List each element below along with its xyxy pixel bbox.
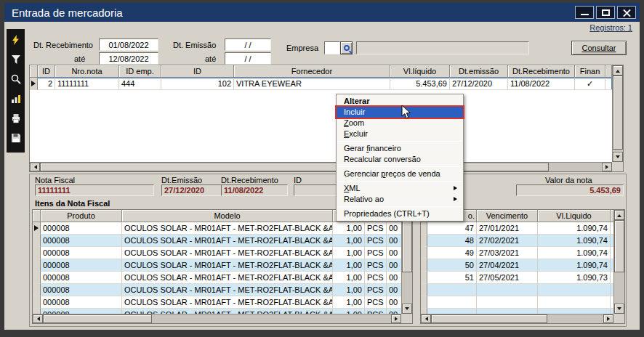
vertical-scrollbar[interactable] (612, 65, 623, 162)
cell[interactable]: 1.090,73 (538, 272, 611, 284)
empresa-codigo-input[interactable] (324, 41, 340, 54)
column-header[interactable]: Nro.nota (55, 65, 119, 78)
column-header[interactable]: ID (161, 65, 234, 78)
cell[interactable]: 00 (387, 222, 401, 235)
column-header[interactable]: Dt.Recebimento (508, 65, 575, 78)
table-row[interactable] (421, 309, 613, 314)
row-selector[interactable] (33, 272, 41, 284)
row-selector[interactable] (33, 222, 41, 235)
cell[interactable]: OCULOS SOLAR - MR01AFT - MET-RO2FLAT-BLA… (122, 272, 333, 284)
cell[interactable]: 1.090,74 (538, 247, 611, 259)
cell[interactable]: 5.453,69 (390, 78, 450, 90)
table-row[interactable]: 211111111444102VITRA EYEWEAR5.453,6927/1… (30, 78, 612, 90)
cell[interactable] (477, 284, 538, 296)
scroll-up-button[interactable] (613, 65, 623, 76)
execute-button[interactable] (9, 33, 23, 47)
chart-button[interactable] (9, 92, 23, 106)
row-selector[interactable] (421, 272, 427, 284)
cell[interactable]: 1.090,74 (538, 222, 611, 235)
cell[interactable]: PCS (365, 247, 387, 259)
column-header[interactable]: ID (38, 65, 55, 78)
cell[interactable]: ✓ (575, 78, 605, 90)
column-header[interactable]: Produto (41, 210, 122, 222)
cell[interactable]: 000008 (41, 259, 122, 272)
cell[interactable]: 00 (387, 272, 401, 284)
column-header[interactable]: Dt.emissão (450, 65, 508, 78)
menu-item-excluir[interactable]: Excluir (337, 129, 463, 139)
table-row[interactable]: 000008OCULOS SOLAR - MR01AFT - MET-RO2FL… (33, 284, 401, 296)
cell[interactable]: PCS (365, 235, 387, 247)
table-row[interactable]: 000008OCULOS SOLAR - MR01AFT - MET-RO2FL… (33, 222, 401, 235)
cell[interactable]: 11111111 (55, 78, 119, 90)
close-button[interactable] (617, 6, 636, 19)
cell[interactable]: 444 (119, 78, 161, 90)
column-header[interactable]: Vl.líquido (390, 65, 450, 78)
table-row[interactable]: 000008OCULOS SOLAR - MR01AFT - MET-RO2FL… (33, 296, 401, 309)
filter-button[interactable] (9, 52, 23, 67)
cell[interactable]: 11/08/2022 (508, 78, 575, 90)
cell[interactable]: 2 (38, 78, 55, 90)
cell[interactable]: 50 (427, 259, 477, 272)
scrollbar-thumb[interactable] (402, 220, 412, 272)
cell[interactable] (538, 284, 611, 296)
cell[interactable]: 000008 (41, 309, 122, 314)
cell[interactable]: OCULOS SOLAR - MR01AFT - MET-RO2FLAT-BLA… (122, 247, 333, 259)
scroll-right-button[interactable] (603, 314, 613, 323)
column-header[interactable]: ID emp. (119, 65, 161, 78)
cell[interactable]: 47 (427, 222, 477, 235)
table-row[interactable]: 000008OCULOS SOLAR - MR01AFT - MET-RO2FL… (33, 272, 401, 284)
menu-item-gerar-financeiro[interactable]: Gerar financeiro (337, 143, 463, 154)
dt-recebimento-ate-input[interactable]: 12/08/2022 (99, 52, 158, 65)
cell[interactable]: PCS (365, 296, 387, 309)
cell[interactable]: PCS (365, 309, 387, 314)
scroll-down-button[interactable] (402, 304, 412, 314)
cell[interactable] (427, 309, 477, 314)
column-header[interactable]: Fornecedor (234, 65, 390, 78)
row-selector[interactable] (33, 284, 41, 296)
scroll-down-button[interactable] (613, 152, 623, 162)
cell[interactable]: 48 (427, 235, 477, 247)
cell[interactable]: OCULOS SOLAR - MR01AFT - MET-RO2FLAT-BLA… (122, 235, 333, 247)
scrollbar-thumb[interactable] (43, 314, 152, 323)
menu-item-propriedades-ctrl-t[interactable]: Propriedades (CTRL+T) (337, 208, 463, 219)
vertical-scrollbar[interactable] (613, 210, 624, 314)
table-row[interactable]: 000008OCULOS SOLAR - MR01AFT - MET-RO2FL… (33, 309, 401, 314)
column-header[interactable]: Vl.Liquido (538, 210, 611, 222)
cell[interactable]: PCS (365, 222, 387, 235)
row-selector[interactable] (421, 296, 427, 309)
titlebar[interactable]: Entrada de mercadoria (4, 3, 640, 22)
dt-recebimento-de-input[interactable]: 01/08/2022 (99, 38, 158, 51)
cell[interactable]: 1,00 (333, 247, 365, 259)
row-selector[interactable] (421, 259, 427, 272)
table-row[interactable]: 5127/05/20211.090,73 (421, 272, 613, 284)
horizontal-scrollbar[interactable] (33, 314, 401, 323)
menu-item-incluir[interactable]: Incluir (337, 107, 463, 118)
table-row[interactable]: 4927/03/20211.090,74 (421, 247, 613, 259)
cell[interactable]: 1,00 (333, 259, 365, 272)
cell[interactable]: OCULOS SOLAR - MR01AFT - MET-RO2FLAT-BLA… (122, 284, 333, 296)
registros-link[interactable]: Registros: 1 (589, 23, 632, 32)
cell[interactable]: 1.090,74 (538, 235, 611, 247)
column-header[interactable]: Modelo (122, 210, 333, 222)
row-selector[interactable] (33, 247, 41, 259)
horizontal-scrollbar[interactable] (421, 314, 613, 323)
row-selector[interactable] (33, 235, 41, 247)
zoom-button[interactable] (9, 72, 23, 86)
row-selector[interactable] (421, 284, 427, 296)
cell[interactable]: 1,00 (333, 309, 365, 314)
cell[interactable] (477, 309, 538, 314)
scroll-right-button[interactable] (391, 314, 401, 323)
table-row[interactable]: 4827/02/20211.090,74 (421, 235, 613, 247)
cell[interactable]: 102 (161, 78, 234, 90)
cell[interactable]: OCULOS SOLAR - MR01AFT - MET-RO2FLAT-BLA… (122, 296, 333, 309)
menu-item-alterar[interactable]: Alterar (337, 96, 463, 107)
table-row[interactable] (421, 296, 613, 309)
menu-item-gerenciar-pre-os-de-venda[interactable]: Gerenciar preços de venda (337, 168, 463, 179)
column-header[interactable]: Finan (575, 65, 605, 78)
row-selector[interactable] (421, 247, 427, 259)
cell[interactable]: PCS (365, 259, 387, 272)
cell[interactable] (538, 296, 611, 309)
cell[interactable] (427, 284, 477, 296)
cell[interactable]: 49 (427, 247, 477, 259)
cell[interactable]: 27/01/2021 (477, 222, 538, 235)
